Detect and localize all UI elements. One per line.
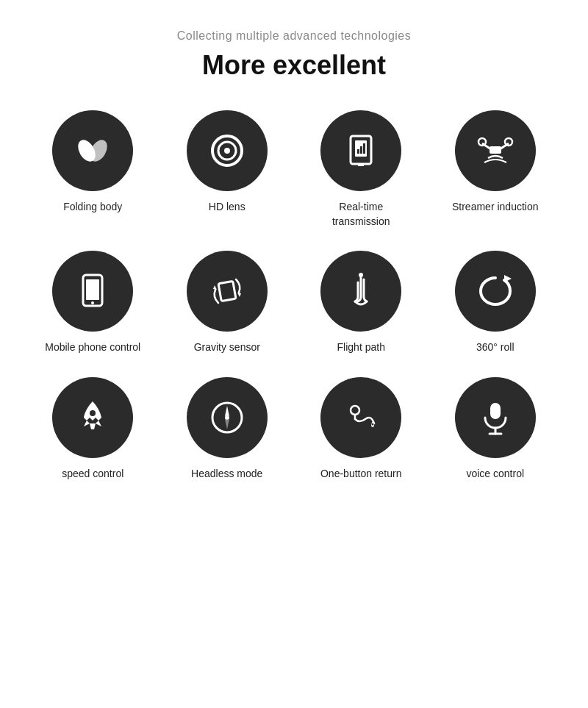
- page-title: More excellent: [202, 50, 386, 81]
- headless-mode-icon-circle: [187, 377, 268, 458]
- svg-marker-27: [225, 406, 229, 416]
- speed-control-label: speed control: [62, 467, 123, 482]
- mobile-phone-control-icon-circle: [52, 251, 133, 332]
- svg-marker-21: [213, 285, 217, 290]
- 360-roll-icon-circle: [455, 251, 536, 332]
- folding-body-icon-circle: [52, 110, 133, 191]
- svg-point-24: [90, 410, 96, 416]
- voice-control-label: voice control: [466, 467, 524, 482]
- gravity-sensor-icon-circle: [187, 251, 268, 332]
- gravity-sensor-label: Gravity sensor: [194, 340, 260, 355]
- one-button-return-label: One-button return: [320, 467, 402, 482]
- feature-flight-path: Flight path: [298, 251, 425, 355]
- svg-marker-20: [237, 293, 241, 297]
- feature-headless-mode: Headless mode: [164, 377, 291, 482]
- svg-rect-9: [363, 143, 365, 154]
- feature-voice-control: voice control: [432, 377, 559, 482]
- streamer-induction-label: Streamer induction: [452, 200, 539, 215]
- 360-roll-label: 360° roll: [476, 340, 514, 355]
- flight-path-icon-circle: [320, 251, 401, 332]
- page-subtitle: Collecting multiple advanced technologie…: [177, 29, 411, 43]
- svg-point-18: [91, 301, 94, 304]
- feature-speed-control: speed control: [29, 377, 157, 482]
- realtime-transmission-icon-circle: [320, 110, 401, 191]
- voice-control-icon-circle: [455, 377, 536, 458]
- speed-control-icon-circle: [52, 377, 133, 458]
- feature-mobile-phone-control: Mobile phone control: [29, 251, 157, 355]
- svg-point-29: [351, 406, 359, 415]
- svg-rect-31: [490, 403, 501, 419]
- headless-mode-label: Headless mode: [191, 467, 262, 482]
- svg-rect-8: [360, 146, 362, 154]
- realtime-transmission-label: Real-timetransmission: [332, 200, 390, 229]
- feature-one-button-return: One-button return: [298, 377, 425, 482]
- svg-point-4: [224, 148, 230, 154]
- feature-360-roll: 360° roll: [432, 251, 559, 355]
- hd-lens-label: HD lens: [209, 200, 245, 215]
- svg-point-26: [225, 415, 229, 420]
- flight-path-label: Flight path: [337, 340, 385, 355]
- svg-rect-15: [490, 146, 501, 154]
- feature-folding-body: Folding body: [29, 110, 157, 229]
- feature-realtime-transmission: Real-timetransmission: [298, 110, 425, 229]
- one-button-return-icon-circle: [320, 377, 401, 458]
- feature-gravity-sensor: Gravity sensor: [164, 251, 291, 355]
- svg-point-30: [372, 423, 374, 425]
- features-grid: Folding body HD lens Real: [29, 110, 559, 481]
- svg-rect-7: [357, 149, 359, 154]
- svg-point-22: [359, 273, 363, 277]
- hd-lens-icon-circle: [187, 110, 268, 191]
- svg-marker-28: [225, 419, 229, 429]
- svg-rect-19: [218, 282, 236, 301]
- mobile-phone-control-label: Mobile phone control: [45, 340, 140, 355]
- streamer-induction-icon-circle: [455, 110, 536, 191]
- feature-streamer-induction: Streamer induction: [432, 110, 559, 229]
- feature-hd-lens: HD lens: [164, 110, 291, 229]
- svg-rect-17: [86, 279, 99, 300]
- folding-body-label: Folding body: [63, 200, 122, 215]
